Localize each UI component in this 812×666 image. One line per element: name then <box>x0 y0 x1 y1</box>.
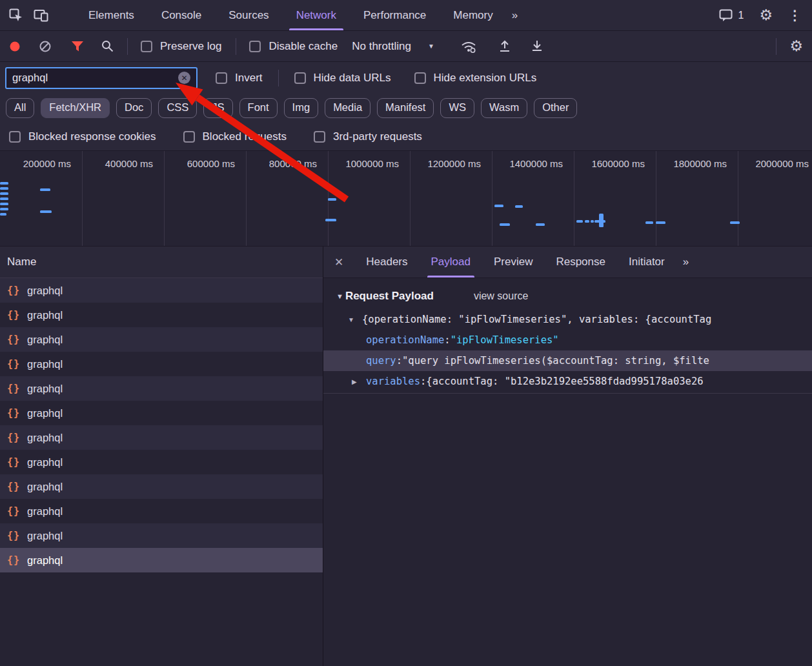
issues-counter[interactable]: 1 <box>719 9 744 22</box>
network-settings-gear-icon[interactable]: ⚙ <box>789 39 803 54</box>
checkbox-icon <box>141 41 152 52</box>
request-row[interactable]: {}graphql <box>0 450 323 474</box>
colon: : <box>444 334 450 346</box>
view-source-link[interactable]: view source <box>474 290 528 302</box>
timeline-label: 1200000 ms <box>427 158 481 169</box>
checkbox-icon <box>314 131 325 143</box>
chip-other[interactable]: Other <box>534 98 577 118</box>
throttling-dropdown[interactable]: No throttling ▼ <box>352 40 434 53</box>
detail-tab-response[interactable]: Response <box>544 247 617 278</box>
waterfall-bar <box>0 213 6 216</box>
tab-elements[interactable]: Elements <box>75 0 148 30</box>
tab-console[interactable]: Console <box>148 0 215 30</box>
device-toolbar-icon[interactable] <box>34 9 49 22</box>
chip-all[interactable]: All <box>6 98 34 118</box>
timeline-label: 600000 ms <box>187 158 235 169</box>
checkbox-icon <box>9 131 21 143</box>
timeline-overview[interactable]: 200000 ms400000 ms600000 ms800000 ms1000… <box>0 151 812 247</box>
network-conditions-icon[interactable] <box>460 39 477 54</box>
3rd-party-requests-label: 3rd-party requests <box>333 130 422 143</box>
detail-tab-payload[interactable]: Payload <box>420 247 482 278</box>
tab-network[interactable]: Network <box>283 0 350 30</box>
chip-ws[interactable]: WS <box>440 98 474 118</box>
hide-data-urls-label: Hide data URLs <box>314 72 391 85</box>
detail-tab-preview[interactable]: Preview <box>482 247 544 278</box>
chip-font[interactable]: Font <box>239 98 278 118</box>
chip-doc[interactable]: Doc <box>116 98 152 118</box>
export-har-icon[interactable] <box>530 39 544 54</box>
tab-memory[interactable]: Memory <box>440 0 506 30</box>
payload-entries: operationName: "ipFlowTimeseries"query: … <box>323 330 812 392</box>
clear-network-log-icon[interactable] <box>39 40 52 53</box>
filter-input[interactable] <box>12 72 178 84</box>
waterfall-bar <box>536 223 545 226</box>
payload-entry-variables[interactable]: ▶variables: {accountTag: "b12e3b2192ee55… <box>323 371 812 392</box>
request-row[interactable]: {}graphql <box>0 548 323 572</box>
request-row[interactable]: {}graphql <box>0 499 323 523</box>
waterfall-bar <box>599 214 604 227</box>
waterfall-bar <box>515 205 523 208</box>
json-braces-icon: {} <box>7 505 20 517</box>
request-row[interactable]: {}graphql <box>0 376 323 401</box>
detail-more-tabs-button[interactable]: » <box>683 256 689 268</box>
blocked-response-cookies-checkbox[interactable]: Blocked response cookies <box>9 130 156 143</box>
search-icon[interactable] <box>101 39 114 53</box>
request-row[interactable]: {}graphql <box>0 425 323 450</box>
chip-manifest[interactable]: Manifest <box>377 98 434 118</box>
payload-panel: ▼ Request Payload view source ▼ {operati… <box>323 278 812 666</box>
detail-tab-initiator[interactable]: Initiator <box>617 247 676 278</box>
request-row[interactable]: {}graphql <box>0 278 323 303</box>
timeline-gridline <box>656 151 656 246</box>
chip-fetch-xhr[interactable]: Fetch/XHR <box>41 98 110 118</box>
request-row[interactable]: {}graphql <box>0 401 323 425</box>
settings-gear-icon[interactable]: ⚙ <box>759 8 773 23</box>
checkbox-icon <box>183 131 195 143</box>
waterfall-bar <box>656 221 665 224</box>
waterfall-bar <box>0 208 8 210</box>
payload-summary-row[interactable]: ▼ {operationName: "ipFlowTimeseries", va… <box>323 309 812 330</box>
main-tab-strip: ElementsConsoleSourcesNetworkPerformance… <box>75 0 507 30</box>
request-row[interactable]: {}graphql <box>0 352 323 376</box>
chip-js[interactable]: JS <box>203 98 232 118</box>
waterfall-bar <box>328 198 336 201</box>
filter-funnel-icon[interactable] <box>71 41 84 52</box>
hide-extension-urls-label: Hide extension URLs <box>434 72 537 85</box>
collapse-triangle-icon[interactable]: ▼ <box>348 316 362 323</box>
request-row[interactable]: {}graphql <box>0 303 323 327</box>
expand-arrow-icon[interactable]: ▶ <box>352 378 366 385</box>
json-braces-icon: {} <box>7 285 20 296</box>
blocked-requests-checkbox[interactable]: Blocked requests <box>183 130 287 143</box>
request-row[interactable]: {}graphql <box>0 474 323 499</box>
detail-tab-headers[interactable]: Headers <box>354 247 419 278</box>
clear-filter-icon[interactable]: ✕ <box>178 72 190 84</box>
chip-css[interactable]: CSS <box>158 98 197 118</box>
record-button[interactable] <box>9 41 21 52</box>
import-har-icon[interactable] <box>498 39 512 54</box>
chip-img[interactable]: Img <box>284 98 319 118</box>
hide-extension-urls-checkbox[interactable]: Hide extension URLs <box>414 72 537 85</box>
payload-entry-query[interactable]: query: "query ipFlowTimeseries($accountT… <box>323 350 812 371</box>
kebab-menu-icon[interactable]: ⋮ <box>788 8 802 22</box>
chip-wasm[interactable]: Wasm <box>481 98 527 118</box>
chip-media[interactable]: Media <box>325 98 370 118</box>
network-main: Name {}graphql{}graphql{}graphql{}graphq… <box>0 247 812 666</box>
hide-data-urls-checkbox[interactable]: Hide data URLs <box>294 72 391 85</box>
payload-key: operationName <box>366 334 444 346</box>
payload-entry-operationname[interactable]: operationName: "ipFlowTimeseries" <box>323 330 812 350</box>
disable-cache-checkbox[interactable]: Disable cache <box>249 40 338 53</box>
json-braces-icon: {} <box>7 334 20 345</box>
3rd-party-requests-checkbox[interactable]: 3rd-party requests <box>314 130 422 143</box>
close-icon[interactable]: ✕ <box>323 256 354 269</box>
tab-performance[interactable]: Performance <box>350 0 440 30</box>
request-row[interactable]: {}graphql <box>0 523 323 548</box>
payload-value: "ipFlowTimeseries" <box>451 334 559 346</box>
preserve-log-checkbox[interactable]: Preserve log <box>141 40 221 53</box>
more-tabs-button[interactable]: » <box>512 9 518 22</box>
timeline-gridline <box>492 151 492 246</box>
inspect-element-icon[interactable] <box>9 8 23 23</box>
collapse-triangle-icon[interactable]: ▼ <box>336 292 343 300</box>
name-column-header[interactable]: Name <box>0 247 323 278</box>
tab-sources[interactable]: Sources <box>215 0 282 30</box>
invert-checkbox[interactable]: Invert <box>216 72 263 85</box>
request-row[interactable]: {}graphql <box>0 327 323 352</box>
